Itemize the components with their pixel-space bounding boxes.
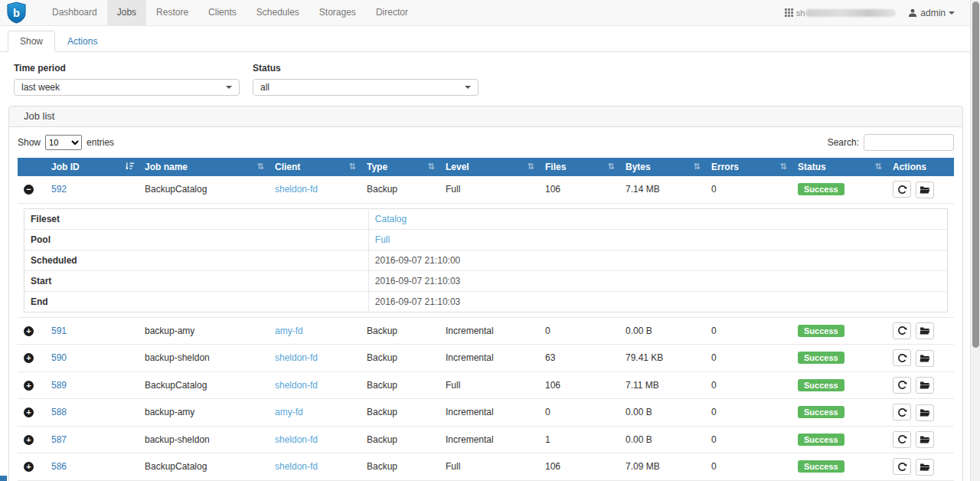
top-navbar: b Dashboard Jobs Restore Clients Schedul…: [0, 0, 970, 26]
page-tabs: Show Actions: [0, 31, 970, 52]
nav-item-restore[interactable]: Restore: [146, 0, 198, 26]
client-link[interactable]: sheldon-fd: [275, 461, 318, 472]
collapse-icon[interactable]: −: [24, 185, 34, 195]
status-badge: Success: [798, 352, 844, 364]
column-header-files[interactable]: Files⇅: [539, 158, 619, 176]
restore-browse-button[interactable]: [916, 377, 934, 394]
restart-job-button[interactable]: [893, 322, 911, 339]
status-select[interactable]: all: [253, 79, 479, 96]
job-name: BackupCatalog: [145, 184, 207, 195]
job-bytes: 0.00 B: [626, 407, 652, 417]
nav-item-schedules[interactable]: Schedules: [247, 0, 309, 26]
time-period-value: last week: [21, 82, 60, 93]
host-selector[interactable]: sh: [785, 8, 897, 18]
table-row: + 588 backup-amy amy-fd Backup Increment…: [18, 399, 954, 427]
folder-icon: [920, 354, 930, 363]
restore-browse-button[interactable]: [916, 182, 934, 198]
pagination-active-page-partial[interactable]: [0, 476, 7, 481]
job-errors: 0: [711, 380, 717, 391]
navbar-right: sh admin: [785, 8, 970, 18]
nav-item-director[interactable]: Director: [366, 0, 418, 26]
column-header-type[interactable]: Type⇅: [361, 158, 439, 176]
job-errors: 0: [711, 461, 717, 472]
sort-icon: ⇅: [428, 162, 435, 172]
sort-icon: ⇅: [608, 162, 615, 172]
restore-browse-button[interactable]: [916, 350, 934, 367]
job-id-link[interactable]: 589: [51, 380, 67, 391]
restore-browse-button[interactable]: [916, 431, 934, 448]
shield-icon: b: [6, 2, 27, 24]
job-errors: 0: [711, 407, 717, 417]
client-link[interactable]: amy-fd: [275, 407, 303, 417]
sort-icon: ⇅: [528, 162, 534, 172]
status-badge: Success: [798, 406, 844, 418]
nav-item-storages[interactable]: Storages: [309, 0, 366, 26]
job-errors: 0: [711, 434, 717, 445]
client-link[interactable]: sheldon-fd: [275, 380, 318, 391]
filters-row: Time period last week Status all: [0, 52, 970, 96]
restart-job-button[interactable]: [893, 458, 911, 475]
pool-link[interactable]: Full: [375, 234, 390, 245]
detail-row-pool: Pool Full: [24, 229, 948, 250]
column-header-client[interactable]: Client⇅: [269, 158, 361, 176]
restore-browse-button[interactable]: [916, 404, 934, 421]
column-header-level[interactable]: Level⇅: [439, 158, 539, 176]
scrollbar-thumb[interactable]: [972, 2, 979, 348]
restart-icon: [897, 434, 907, 444]
baculum-logo[interactable]: b: [6, 2, 27, 24]
job-id-link[interactable]: 590: [51, 352, 67, 363]
search-input[interactable]: [864, 134, 954, 151]
job-list-panel: Job list Show 10 entries Search:: [8, 106, 963, 481]
table-header-row: Job ID: [18, 158, 954, 176]
expand-icon[interactable]: +: [24, 407, 34, 417]
job-files: 0: [545, 326, 550, 336]
column-header-job-id[interactable]: Job ID: [45, 158, 139, 176]
job-name: BackupCatalog: [145, 461, 207, 472]
job-files: 106: [545, 461, 560, 472]
tab-show[interactable]: Show: [8, 31, 55, 52]
status-group: Status all: [253, 63, 479, 96]
restore-browse-button[interactable]: [916, 322, 934, 339]
nav-item-clients[interactable]: Clients: [198, 0, 247, 26]
column-header-errors[interactable]: Errors⇅: [705, 158, 792, 176]
time-period-select[interactable]: last week: [14, 79, 240, 96]
expand-icon[interactable]: +: [24, 435, 34, 445]
client-link[interactable]: sheldon-fd: [275, 352, 318, 363]
job-id-link[interactable]: 592: [51, 184, 67, 195]
restart-icon: [897, 462, 907, 472]
job-type: Backup: [367, 407, 397, 417]
table-row: + 587 backup-sheldon sheldon-fd Backup I…: [18, 426, 954, 453]
column-header-bytes[interactable]: Bytes⇅: [619, 158, 705, 176]
user-name: admin: [920, 8, 946, 18]
expand-icon[interactable]: +: [24, 381, 34, 391]
client-link[interactable]: sheldon-fd: [275, 184, 318, 195]
job-name: backup-sheldon: [145, 434, 210, 445]
job-id-link[interactable]: 591: [51, 326, 67, 336]
nav-item-dashboard[interactable]: Dashboard: [42, 0, 107, 26]
job-id-link[interactable]: 586: [51, 461, 67, 472]
job-id-link[interactable]: 588: [51, 407, 67, 417]
expand-icon[interactable]: +: [24, 326, 34, 336]
restart-job-button[interactable]: [893, 404, 911, 420]
vertical-scrollbar[interactable]: [970, 0, 980, 481]
job-id-link[interactable]: 587: [51, 434, 67, 445]
job-type: Backup: [367, 326, 397, 336]
nav-item-jobs[interactable]: Jobs: [107, 0, 146, 26]
expand-icon[interactable]: +: [24, 353, 34, 363]
expand-icon[interactable]: +: [24, 462, 34, 472]
client-link[interactable]: amy-fd: [275, 326, 303, 336]
column-header-status[interactable]: Status⇅: [792, 158, 887, 176]
restart-job-button[interactable]: [893, 377, 911, 394]
tab-actions[interactable]: Actions: [55, 31, 109, 52]
restart-job-button[interactable]: [893, 349, 911, 366]
user-menu[interactable]: admin: [908, 8, 955, 18]
job-type: Backup: [367, 184, 397, 195]
end-time: 2016-09-07 21:10:03: [375, 296, 460, 307]
client-link[interactable]: sheldon-fd: [275, 434, 318, 445]
fileset-link[interactable]: Catalog: [375, 214, 407, 224]
page-size-select[interactable]: 10: [45, 135, 82, 150]
restore-browse-button[interactable]: [916, 459, 934, 476]
column-header-job-name[interactable]: Job name⇅: [139, 158, 269, 176]
restart-job-button[interactable]: [893, 431, 911, 448]
restart-job-button[interactable]: [893, 181, 911, 198]
